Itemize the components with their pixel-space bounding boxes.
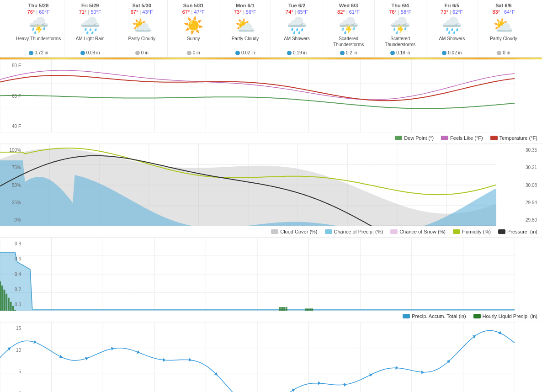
temp-low: 43°F (142, 9, 153, 15)
day-desc: AM Showers (284, 36, 310, 48)
day-col-wed-63: Wed 6/3 82° | 61°F ⛈️ Scattered Thunders… (323, 0, 375, 57)
legend-item: Chance of Snow (%) (390, 229, 446, 234)
day-col-thu-64: Thu 6/4 76° | 58°F ⛈️ Scattered Thunders… (375, 0, 426, 57)
day-col-thu-528: Thu 5/28 76° | 60°F ⛈️ Heavy Thunderstor… (13, 0, 64, 57)
day-name: Fri 5/29 (81, 3, 99, 8)
day-precip: 0.72 in (29, 50, 48, 55)
temp-canvas (0, 59, 515, 132)
accum-canvas (0, 238, 515, 311)
prev-arrow[interactable] (0, 0, 13, 57)
day-temps: 76° | 58°F (389, 9, 411, 15)
day-icon: 🌧️ (287, 17, 307, 34)
precip-dot (340, 51, 345, 55)
next-arrow[interactable] (529, 0, 542, 57)
precip-value: 0.08 in (86, 50, 100, 55)
legend-swatch (453, 229, 460, 234)
wind-chart-section: 15 10 5 0 → Wind Speed (0, 322, 542, 392)
legend-label: Feels Like (°F) (450, 135, 483, 141)
precip-y-axis-right: 30.35 30.21 30.08 29.94 29.80 (524, 144, 542, 226)
day-precip: 0.02 in (442, 50, 462, 55)
temp-low: 60°F (39, 9, 49, 15)
temp-high: 67° (182, 9, 190, 15)
precip-y-axis: 100% 75% 50% 25% 0% (0, 144, 23, 226)
day-precip: 0.2 in (340, 50, 357, 55)
temp-high: 73° (234, 9, 242, 15)
day-temps: 83° | 64°F (492, 9, 515, 15)
precip-dot (29, 51, 33, 55)
day-name: Sun 5/31 (183, 3, 204, 8)
temp-chart-section: 80 F 60 F 40 F Dew Point (°)Feels Like (… (0, 59, 542, 144)
day-header-row: Thu 5/28 76° | 60°F ⛈️ Heavy Thunderstor… (0, 0, 542, 58)
day-precip: 0.08 in (80, 50, 100, 55)
day-col-fri-65: Fri 6/5 79° | 62°F 🌧️ AM Showers 0.02 in (426, 0, 478, 57)
day-icon: ⛅ (235, 17, 255, 34)
legend-item: Hourly Liquid Precip. (in) (473, 313, 537, 319)
day-precip: 0 in (187, 50, 200, 55)
accum-y-axis: 0.8 0.6 0.4 0.2 0.0 (0, 238, 23, 311)
legend-label: Pressure. (in) (507, 229, 537, 234)
day-icon: ⛈️ (390, 17, 410, 34)
day-desc: Heavy Thunderstorms (16, 36, 61, 48)
precip-dot (187, 51, 191, 55)
legend-item: Humidity (%) (453, 229, 491, 234)
legend-item: Dew Point (°) (395, 135, 434, 141)
wind-canvas (0, 322, 515, 392)
day-precip: 0 in (497, 50, 510, 55)
day-icon: ☀️ (183, 17, 204, 34)
day-col-sun-531: Sun 5/31 67° | 47°F ☀️ Sunny 0 in (168, 0, 219, 57)
legend-swatch (490, 136, 498, 140)
day-temps: 71° | 50°F (79, 9, 101, 15)
precip-dot (442, 51, 446, 55)
legend-item: Feels Like (°F) (441, 135, 483, 141)
precip-canvas (0, 144, 496, 226)
temp-high: 82° (337, 9, 345, 15)
legend-label: Hourly Liquid Precip. (in) (483, 313, 537, 319)
day-name: Sat 5/30 (132, 3, 151, 8)
legend-label: Chance of Precip. (%) (334, 229, 383, 234)
legend-label: Chance of Snow (%) (399, 229, 446, 234)
legend-swatch (325, 229, 332, 234)
precip-dot (497, 51, 501, 55)
legend-swatch (271, 229, 278, 234)
temp-low: 56°F (246, 9, 256, 15)
day-desc: Partly Cloudy (490, 36, 517, 48)
day-precip: 0.18 in (390, 50, 410, 55)
wind-y-axis: 15 10 5 0 (0, 322, 23, 392)
weather-container: Thu 5/28 76° | 60°F ⛈️ Heavy Thunderstor… (0, 0, 542, 392)
legend-label: Humidity (%) (462, 229, 491, 234)
precip-dot (287, 51, 292, 55)
day-precip: 0 in (135, 50, 149, 55)
day-precip: 0.19 in (287, 50, 307, 55)
legend-label: Precip. Accum. Total (in) (412, 313, 466, 319)
precip-value: 0 in (193, 50, 200, 55)
legend-label: Cloud Cover (%) (280, 229, 317, 234)
legend-swatch (390, 229, 398, 234)
precip-chart-section: 100% 75% 50% 25% 0% 30.35 30.21 30.08 29… (0, 144, 542, 238)
precip-value: 0.19 in (293, 50, 307, 55)
day-col-sat-530: Sat 5/30 67° | 43°F ⛅ Partly Cloudy 0 in (116, 0, 168, 57)
temp-high: 67° (131, 9, 138, 15)
day-desc: AM Light Rain (76, 36, 105, 48)
legend-item: Cloud Cover (%) (271, 229, 317, 234)
legend-item: Precip. Accum. Total (in) (403, 313, 466, 319)
precip-value: 0.2 in (346, 50, 357, 55)
day-temps: 74° | 65°F (286, 9, 308, 15)
temp-high: 71° (79, 9, 87, 15)
day-name: Thu 5/28 (28, 3, 49, 8)
temp-low: 64°F (504, 9, 515, 15)
accum-chart-section: 0.8 0.6 0.4 0.2 0.0 Precip. Accum. Total… (0, 238, 542, 322)
day-icon: ⛈️ (338, 17, 359, 34)
day-col-tue-62: Tue 6/2 74° | 65°F 🌧️ AM Showers 0.19 in (271, 0, 323, 57)
legend-swatch (403, 314, 410, 318)
day-desc: Partly Cloudy (232, 36, 259, 48)
legend-item: Chance of Precip. (%) (325, 229, 383, 234)
day-col-mon-61: Mon 6/1 73° | 56°F ⛅ Partly Cloudy 0.02 … (219, 0, 271, 57)
temp-low: 61°F (349, 9, 360, 15)
legend-item: Pressure. (in) (498, 229, 537, 234)
day-name: Tue 6/2 (288, 3, 305, 8)
precip-value: 0.02 in (448, 50, 462, 55)
temp-legend: Dew Point (°)Feels Like (°F)Temperature … (0, 132, 542, 143)
day-temps: 76° | 60°F (27, 9, 50, 15)
temp-y-axis: 80 F 60 F 40 F (0, 59, 23, 132)
temp-high: 83° (492, 9, 500, 15)
